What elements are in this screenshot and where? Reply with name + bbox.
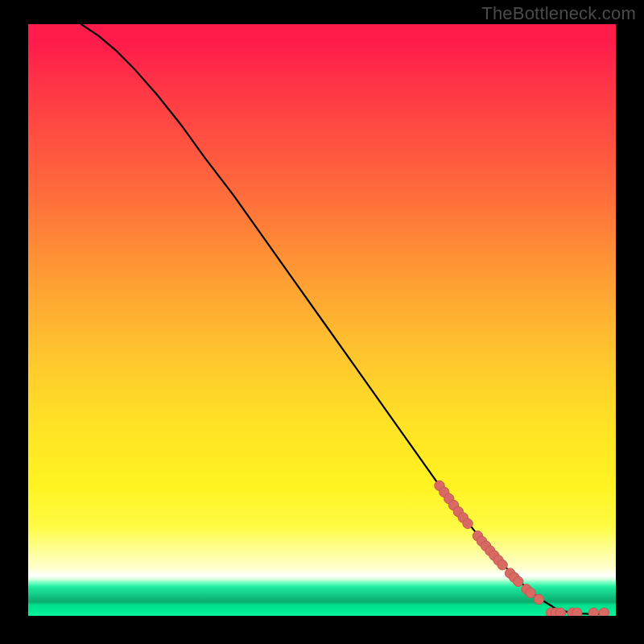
watermark-text: TheBottleneck.com: [481, 3, 636, 24]
curve-marker: [497, 560, 507, 570]
curve-marker: [526, 588, 535, 597]
curve-marker: [534, 594, 543, 604]
curve-marker: [599, 608, 609, 616]
curve-marker: [463, 518, 473, 528]
curve-markers: [435, 481, 609, 616]
curve-marker: [572, 608, 582, 616]
bottleneck-curve: [81, 24, 605, 614]
curve-marker: [555, 608, 565, 616]
curve-marker: [514, 576, 523, 586]
chart-frame: TheBottleneck.com: [0, 0, 644, 644]
plot-area: [28, 24, 616, 616]
curve-marker: [588, 608, 598, 616]
chart-svg: [28, 24, 616, 616]
